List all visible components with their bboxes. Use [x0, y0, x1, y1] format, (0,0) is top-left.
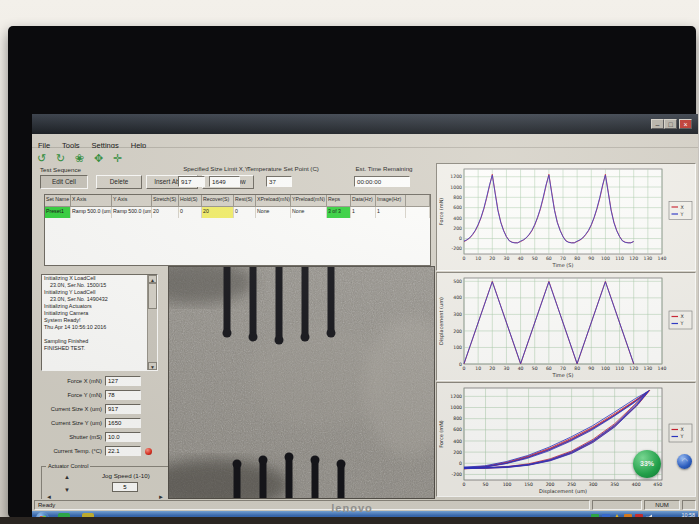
log-line: Initializing Actuators	[42, 303, 157, 310]
table-cell: None	[256, 207, 291, 218]
svg-text:Time (S): Time (S)	[552, 372, 574, 378]
svg-text:100: 100	[601, 256, 610, 261]
table-cell: 20	[202, 207, 234, 218]
screen: – □ × FileToolsSettingsHelp ↺↻❀✥✛ Test S…	[32, 114, 698, 524]
column-header: Data(Hz)	[351, 195, 376, 207]
column-header: Stretch(S)	[152, 195, 179, 207]
table-cell: 3 of 3	[327, 207, 351, 218]
scroll-up-icon[interactable]: ▲	[148, 275, 157, 283]
svg-text:50: 50	[532, 366, 538, 371]
window-titlebar	[32, 114, 698, 134]
log-line: Sampling Finished	[42, 338, 157, 345]
readout-label: Force Y (mN)	[36, 392, 105, 398]
scroll-thumb[interactable]	[148, 283, 157, 309]
column-header: X Axis	[71, 195, 112, 207]
svg-text:0: 0	[463, 366, 466, 371]
close-button[interactable]: ×	[679, 119, 692, 129]
maximize-button[interactable]: □	[664, 119, 677, 129]
column-header: Rest(S)	[234, 195, 256, 207]
shutter-ms--field[interactable]: 10.0	[105, 432, 141, 442]
svg-text:1200: 1200	[450, 174, 462, 179]
svg-text:250: 250	[567, 482, 576, 487]
svg-text:80: 80	[574, 256, 580, 261]
log-line: Initializing Y LoadCell	[42, 289, 157, 296]
refresh-icon[interactable]: ↻	[53, 151, 68, 165]
scroll-down-icon[interactable]: ▼	[148, 362, 157, 370]
svg-text:20: 20	[489, 366, 495, 371]
table-cell: 1	[351, 207, 376, 218]
svg-text:Y: Y	[680, 321, 684, 326]
log-lines: Initializing X LoadCell 23.0N, Ser.No. 1…	[42, 275, 157, 352]
force-x-mn--field[interactable]: 127	[105, 376, 141, 386]
svg-text:140: 140	[658, 256, 667, 261]
svg-text:-200: -200	[452, 472, 463, 477]
column-header: Set Name	[45, 195, 71, 207]
current-temp-c--field[interactable]: 22.1	[105, 446, 141, 456]
actuator-control-label: Actuator Control	[46, 463, 90, 469]
svg-text:Y: Y	[680, 434, 684, 439]
svg-text:350: 350	[610, 482, 619, 487]
svg-text:30: 30	[503, 256, 509, 261]
svg-text:50: 50	[483, 482, 489, 487]
temperature-led-icon	[145, 448, 152, 455]
svg-text:120: 120	[629, 256, 638, 261]
jog-speed-stepper[interactable]: 5	[112, 482, 138, 492]
actuator-down-icon[interactable]: ▼	[64, 487, 70, 493]
svg-text:Force (mN): Force (mN)	[438, 420, 444, 448]
move-axes-icon[interactable]: ✥	[91, 151, 106, 165]
sequence-table[interactable]: Set NameX AxisY AxisStretch(S)Hold(S)Rec…	[44, 194, 431, 266]
log-line: Initializing X LoadCell	[42, 275, 157, 282]
svg-text:200: 200	[546, 482, 555, 487]
svg-text:90: 90	[588, 256, 594, 261]
readout-label: Current Size Y (um)	[36, 420, 105, 426]
table-cell-filler	[406, 207, 430, 218]
svg-text:300: 300	[589, 482, 598, 487]
svg-text:Time (S): Time (S)	[552, 262, 574, 268]
current-size-y-um--field[interactable]: 1650	[105, 418, 141, 428]
readout-row: Shutter (mS)10.0	[36, 430, 166, 444]
time-remaining-label: Est. Time Remaining	[348, 165, 420, 172]
log-line	[42, 331, 157, 338]
gear-icon[interactable]: ❀	[72, 151, 87, 165]
log-line: 23.0N, Ser.No. 1500/15	[42, 282, 157, 289]
svg-text:10: 10	[475, 256, 481, 261]
time-remaining-field: 00:00:00	[354, 176, 410, 187]
delete-button[interactable]: Delete	[96, 175, 142, 189]
readouts-panel: Force X (mN)127Force Y (mN)78Current Siz…	[36, 374, 166, 458]
undo-icon[interactable]: ↺	[34, 151, 49, 165]
actuator-up-icon[interactable]: ▲	[64, 474, 70, 480]
specified-size-x-field[interactable]: 917	[178, 176, 205, 187]
svg-text:400: 400	[453, 295, 462, 300]
table-cell: Ramp 500.0 (um)	[112, 207, 152, 218]
force-displacement-chart: 050100150200250300350400450-200020040060…	[436, 382, 696, 497]
edit-cell-button[interactable]: Edit Cell	[40, 175, 88, 189]
temperature-setpoint-label: Temperature Set Point (C)	[244, 165, 322, 172]
svg-text:300: 300	[453, 312, 462, 317]
svg-text:90: 90	[588, 366, 594, 371]
svg-text:Y: Y	[680, 212, 684, 217]
jog-cross-icon[interactable]: ✛	[110, 151, 125, 165]
minimize-button[interactable]: –	[651, 119, 664, 129]
readout-row: Force X (mN)127	[36, 374, 166, 388]
readout-row: Current Size Y (um)1650	[36, 416, 166, 430]
svg-text:120: 120	[629, 366, 638, 371]
readout-row: Current Temp. (°C)22.1	[36, 444, 166, 458]
overlay-assistant-icon[interactable]: ◠	[677, 454, 692, 469]
readout-label: Current Temp. (°C)	[36, 448, 105, 454]
current-size-x-um--field[interactable]: 917	[105, 404, 141, 414]
svg-text:80: 80	[574, 366, 580, 371]
column-header: Reps	[327, 195, 351, 207]
log-scrollbar[interactable]: ▲ ▼	[147, 275, 157, 370]
column-header: Image(Hz)	[376, 195, 406, 207]
temperature-setpoint-field[interactable]: 37	[266, 176, 292, 187]
force-y-mn--field[interactable]: 78	[105, 390, 141, 400]
readout-row: Current Size X (um)917	[36, 402, 166, 416]
svg-text:40: 40	[518, 256, 524, 261]
specified-size-y-field[interactable]: 1649	[209, 176, 240, 187]
memory-usage-ball[interactable]: 33%	[633, 450, 661, 478]
svg-text:60: 60	[546, 366, 552, 371]
table-cell: 0	[179, 207, 202, 218]
chart-canvas: 0102030405060708090100110120130140010020…	[437, 273, 695, 380]
monitor-bezel: – □ × FileToolsSettingsHelp ↺↻❀✥✛ Test S…	[8, 26, 696, 518]
svg-text:200: 200	[453, 226, 462, 231]
